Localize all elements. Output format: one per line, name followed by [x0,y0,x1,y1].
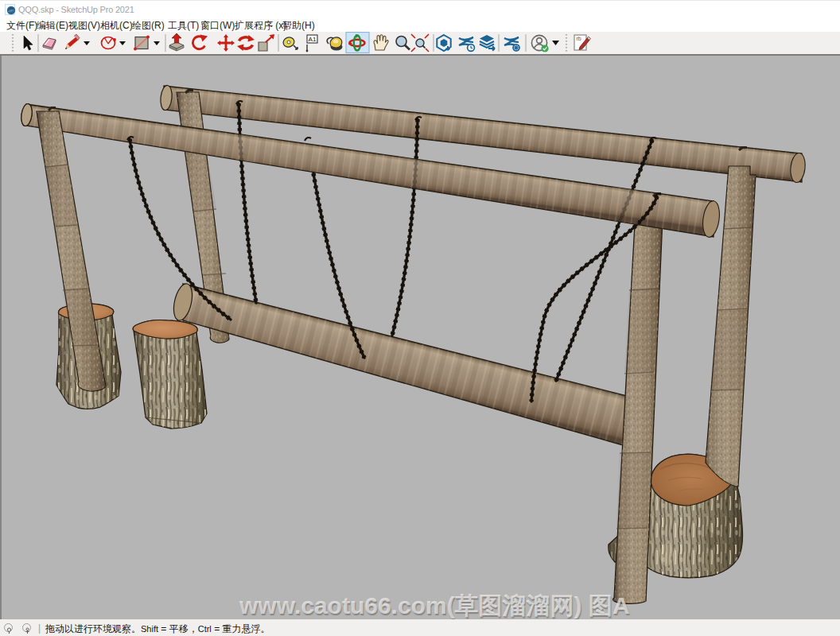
svg-text:rb: rb [577,36,581,41]
svg-text:A1: A1 [309,36,317,43]
